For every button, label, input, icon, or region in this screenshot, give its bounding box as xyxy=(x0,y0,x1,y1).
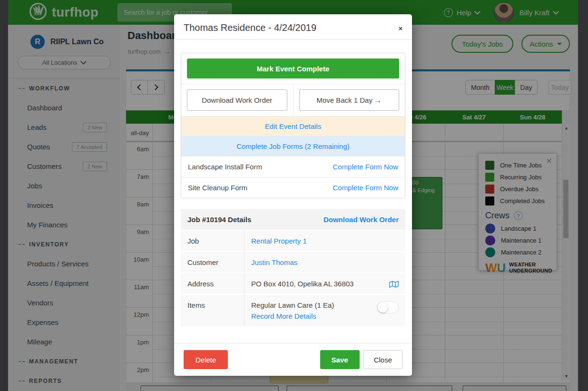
row-label: Customer xyxy=(181,252,244,273)
table-row-job: Job Rental Property 1 xyxy=(181,231,405,252)
modal-footer: Delete Save Close xyxy=(174,343,412,376)
close-icon[interactable]: × xyxy=(399,25,402,32)
job-link[interactable]: Rental Property 1 xyxy=(251,237,307,245)
complete-form-now-link[interactable]: Complete Form Now xyxy=(333,184,398,192)
download-work-order-link[interactable]: Download Work Order xyxy=(323,215,399,224)
page: turfhop ? Help Billy Kraft R RIIPL Lawn … xyxy=(0,0,588,391)
form-name: Landscape Install Form xyxy=(188,163,262,171)
table-row-items: Items Regular Lawn Care (1 Ea) Record Mo… xyxy=(181,295,405,326)
modal-header: Thomas Residence - 4/24/2019 × xyxy=(174,14,412,40)
modal-title: Thomas Residence - 4/24/2019 xyxy=(184,22,316,33)
toggle-knob xyxy=(378,302,388,313)
form-row-site-cleanup: Site Cleanup Form Complete Form Now xyxy=(181,177,405,198)
row-label: Job xyxy=(181,231,244,251)
mark-complete-row: Mark Event Complete xyxy=(181,53,405,84)
event-modal: Thomas Residence - 4/24/2019 × Mark Even… xyxy=(174,14,412,376)
secondary-actions-row: Download Work Order Move Back 1 Day → xyxy=(181,84,405,116)
download-cell: Download Work Order xyxy=(181,84,294,116)
job-details-header: Job #10194 Details Download Work Order xyxy=(181,209,405,231)
mark-event-complete-button[interactable]: Mark Event Complete xyxy=(187,59,399,78)
save-button[interactable]: Save xyxy=(320,350,360,369)
table-row-address: Address PO Box 4010, Opelika AL 36803 xyxy=(181,274,405,295)
download-work-order-button[interactable]: Download Work Order xyxy=(187,89,287,111)
edit-event-details-link[interactable]: Edit Event Details xyxy=(265,122,321,130)
event-actions-box: Mark Event Complete Download Work Order … xyxy=(181,53,405,198)
complete-job-forms-link[interactable]: Complete Job Forms (2 Remaining) xyxy=(236,142,350,150)
address-value: PO Box 4010, Opelika AL 36803 xyxy=(251,280,353,288)
close-button[interactable]: Close xyxy=(363,350,402,369)
job-details-title: Job #10194 Details xyxy=(187,215,251,224)
move-back-cell: Move Back 1 Day → xyxy=(294,84,405,116)
item-value: Regular Lawn Care (1 Ea) xyxy=(251,301,334,309)
form-name: Site Cleanup Form xyxy=(188,184,247,192)
move-back-1-day-button[interactable]: Move Back 1 Day → xyxy=(299,89,400,111)
item-complete-toggle[interactable] xyxy=(377,301,399,313)
complete-form-now-link[interactable]: Complete Form Now xyxy=(333,163,398,171)
form-row-landscape-install: Landscape Install Form Complete Form Now xyxy=(181,156,405,177)
record-more-details-link[interactable]: Record More Details xyxy=(251,312,316,320)
complete-forms-row: Complete Job Forms (2 Remaining) xyxy=(181,136,405,156)
table-row-customer: Customer Justin Thomas xyxy=(181,252,405,274)
delete-button[interactable]: Delete xyxy=(184,350,228,369)
row-label: Address xyxy=(181,274,244,294)
customer-link[interactable]: Justin Thomas xyxy=(251,258,297,266)
edit-event-row: Edit Event Details xyxy=(181,116,405,136)
row-label: Items xyxy=(181,295,244,326)
modal-body: Mark Event Complete Download Work Order … xyxy=(174,40,412,343)
job-details-table: Job #10194 Details Download Work Order J… xyxy=(181,209,405,326)
map-icon[interactable] xyxy=(389,281,399,289)
